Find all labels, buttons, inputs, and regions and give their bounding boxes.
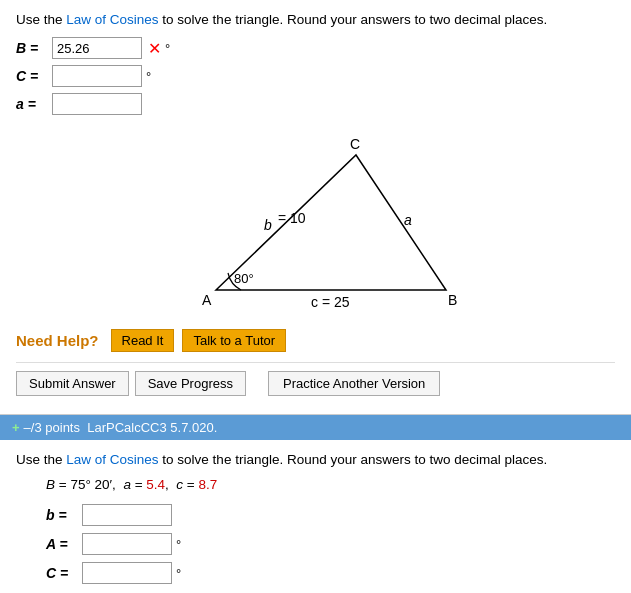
given-values: B = 75° 20′, a = 5.4, c = 8.7 [46,477,615,492]
points-text: –/3 points [24,420,88,435]
A2-input[interactable] [82,533,172,555]
a-input[interactable] [52,93,142,115]
side-b-equals: = 10 [278,210,306,226]
need-help-label: Need Help? [16,332,99,349]
b2-label: b = [46,507,76,523]
C2-input[interactable] [82,562,172,584]
points-bar: + –/3 points LarPCalcCC3 5.7.020. [0,415,631,440]
b2-input-row: b = [46,504,615,526]
vertex-A-label: A [202,292,212,308]
triangle-diagram: A C B b = 10 a c = 25 80° [16,135,615,315]
side-c-label: c = 25 [311,294,350,310]
c-input[interactable] [52,65,142,87]
b2-input[interactable] [82,504,172,526]
A2-label: A = [46,536,76,552]
practice-another-button[interactable]: Practice Another Version [268,371,440,396]
submit-answer-button[interactable]: Submit Answer [16,371,129,396]
need-help-row: Need Help? Read It Talk to a Tutor [16,329,615,352]
side-b-label: b [264,217,272,233]
highlight-text: Law of Cosines [66,12,158,27]
save-progress-button[interactable]: Save Progress [135,371,246,396]
C2-input-row: C = ° [46,562,615,584]
angle-A-label: 80° [234,271,254,286]
b-input[interactable] [52,37,142,59]
given-c-value: 8.7 [198,477,217,492]
highlight-text2: Law of Cosines [66,452,158,467]
action-row: Submit Answer Save Progress Practice Ano… [16,362,615,404]
error-icon[interactable]: ✕ [148,39,161,58]
a-label: a = [16,96,46,112]
c-label: C = [16,68,46,84]
vertex-C-label: C [350,136,360,152]
A2-input-row: A = ° [46,533,615,555]
instruction1: Use the Law of Cosines to solve the tria… [16,12,615,27]
plus-icon: + [12,420,20,435]
instruction2: Use the Law of Cosines to solve the tria… [16,452,615,467]
vertex-B-label: B [448,292,457,308]
triangle-svg: A C B b = 10 a c = 25 80° [156,135,476,315]
problem1-section: Use the Law of Cosines to solve the tria… [0,0,631,415]
b-degree: ° [165,41,170,56]
course-code: LarPCalcCC3 5.7.020. [87,420,217,435]
b-label: B = [16,40,46,56]
a-input-row: a = [16,93,615,115]
side-a-label: a [404,212,412,228]
A2-degree: ° [176,537,181,552]
C2-degree: ° [176,566,181,581]
talk-to-tutor-button[interactable]: Talk to a Tutor [182,329,286,352]
C2-label: C = [46,565,76,581]
problem2-section: Use the Law of Cosines to solve the tria… [0,440,631,593]
b-input-row: B = ✕ ° [16,37,615,59]
given-a-value: 5.4 [146,477,165,492]
c-degree: ° [146,69,151,84]
c-input-row: C = ° [16,65,615,87]
read-it-button[interactable]: Read It [111,329,175,352]
